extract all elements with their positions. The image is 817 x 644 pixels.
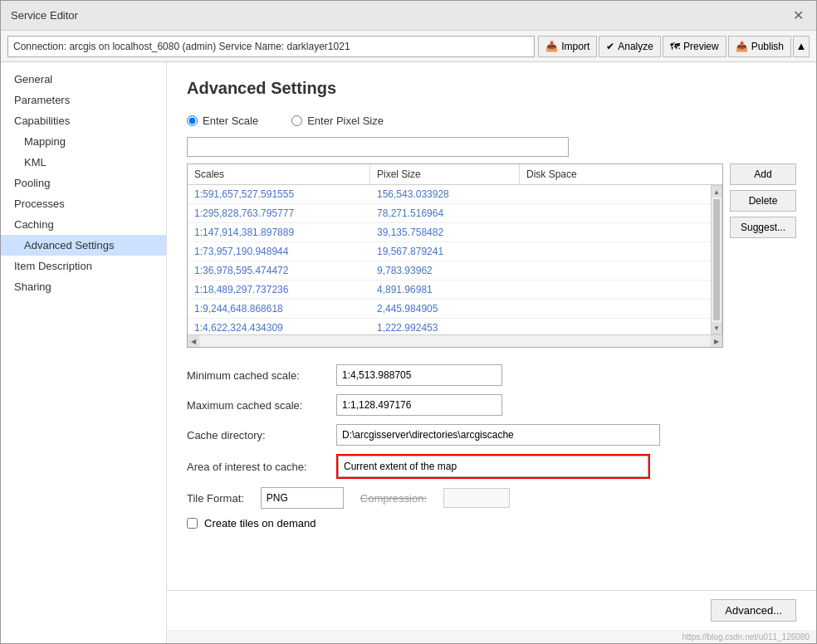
watermark: https://blog.csdn.net/u011_126080 — [167, 630, 816, 643]
table-row[interactable]: 1:36,978,595.474472 9,783.93962 — [188, 261, 711, 281]
sidebar-item-pooling[interactable]: Pooling — [1, 173, 166, 193]
page-title: Advanced Settings — [187, 79, 796, 98]
connection-label: Connection: arcgis on localhost_6080 (ad… — [7, 36, 535, 57]
title-bar: Service Editor ✕ — [1, 1, 816, 31]
compression-input[interactable] — [443, 488, 510, 508]
sidebar-item-processes[interactable]: Processes — [1, 193, 166, 214]
col-pixel-size: Pixel Size — [370, 164, 520, 184]
scroll-right-arrow[interactable]: ▶ — [711, 335, 722, 347]
table-row[interactable]: 1:147,914,381.897889 39,135.758482 — [188, 223, 711, 242]
preview-button[interactable]: 🗺 Preview — [663, 36, 726, 57]
max-cached-scale-select[interactable]: 1:1,128.497176 — [336, 394, 502, 416]
sidebar-item-kml[interactable]: KML — [1, 152, 166, 173]
tile-format-row: Tile Format: PNG Compression: — [187, 487, 796, 509]
preview-icon: 🗺 — [670, 41, 680, 52]
sidebar: General Parameters Capabilities Mapping … — [1, 62, 167, 643]
window-title: Service Editor — [11, 9, 78, 22]
toolbar-buttons: 📥 Import ✔ Analyze 🗺 Preview 📤 Publish ▲ — [538, 36, 810, 57]
sidebar-item-capabilities[interactable]: Capabilities — [1, 110, 166, 131]
create-tiles-row: Create tiles on demand — [187, 517, 796, 529]
content-area: Advanced Settings Enter Scale Enter Pixe… — [167, 62, 816, 590]
table-row[interactable]: 1:295,828,763.795777 78,271.516964 — [188, 204, 711, 223]
sidebar-item-mapping[interactable]: Mapping — [1, 131, 166, 152]
main-content: General Parameters Capabilities Mapping … — [1, 62, 816, 643]
cache-directory-select[interactable]: D:\arcgisserver\directories\arcgiscache — [336, 424, 660, 446]
cache-directory-label: Cache directory: — [187, 429, 336, 442]
area-of-interest-wrapper: Current extent of the map — [336, 454, 650, 479]
radio-scale-input[interactable] — [187, 115, 198, 126]
min-cached-scale-select-wrapper: 1:4,513.988705 — [336, 364, 502, 386]
analyze-icon: ✔ — [606, 41, 614, 52]
area-of-interest-label: Area of interest to cache: — [187, 461, 336, 473]
table-row[interactable]: 1:591,657,527.591555 156,543.033928 — [188, 185, 711, 204]
sidebar-item-general[interactable]: General — [1, 69, 166, 90]
import-button[interactable]: 📥 Import — [538, 36, 597, 57]
table-row[interactable]: 1:4,622,324.434309 1,222.992453 — [188, 319, 711, 334]
suggest-button[interactable]: Suggest... — [730, 217, 796, 238]
analyze-button[interactable]: ✔ Analyze — [599, 36, 661, 57]
footer: Advanced... — [167, 590, 816, 630]
delete-button[interactable]: Delete — [730, 190, 796, 212]
form-section: Minimum cached scale: 1:4,513.988705 Max… — [187, 364, 796, 529]
close-button[interactable]: ✕ — [790, 7, 806, 24]
scroll-up-arrow[interactable]: ▲ — [712, 186, 722, 198]
col-disk-space: Disk Space — [520, 164, 722, 184]
max-cached-scale-row: Maximum cached scale: 1:1,128.497176 — [187, 394, 796, 416]
create-tiles-checkbox[interactable] — [187, 518, 198, 529]
toolbar-scroll[interactable]: ▲ — [793, 36, 810, 57]
tile-format-select[interactable]: PNG — [261, 487, 344, 509]
min-cached-scale-select[interactable]: 1:4,513.988705 — [336, 364, 502, 386]
table-action-buttons: Add Delete Suggest... — [730, 163, 796, 348]
scroll-left-arrow[interactable]: ◀ — [188, 335, 199, 347]
radio-enter-scale[interactable]: Enter Scale — [187, 115, 258, 127]
table-row[interactable]: 1:9,244,648.868618 2,445.984905 — [188, 300, 711, 319]
create-tiles-label: Create tiles on demand — [204, 517, 316, 529]
min-cached-scale-label: Minimum cached scale: — [187, 369, 336, 382]
scale-text-input[interactable] — [187, 137, 569, 157]
add-button[interactable]: Add — [730, 163, 796, 185]
import-icon: 📥 — [545, 41, 558, 52]
toolbar: Connection: arcgis on localhost_6080 (ad… — [1, 31, 816, 62]
scroll-thumb[interactable] — [713, 199, 720, 320]
publish-icon: 📤 — [736, 41, 748, 52]
compression-label: Compression: — [360, 492, 427, 505]
vertical-scrollbar[interactable]: ▲ ▼ — [711, 185, 722, 334]
horizontal-scrollbar[interactable]: ◀ ▶ — [188, 334, 722, 347]
table-header-row: Scales Pixel Size Disk Space — [188, 164, 722, 185]
sidebar-item-advanced-settings[interactable]: Advanced Settings — [1, 235, 166, 256]
service-editor-window: Service Editor ✕ Connection: arcgis on l… — [0, 0, 817, 644]
scroll-h-track[interactable] — [199, 335, 711, 347]
table-section: Scales Pixel Size Disk Space 1:591,657,5… — [187, 163, 796, 348]
advanced-button[interactable]: Advanced... — [711, 599, 796, 622]
sidebar-item-parameters[interactable]: Parameters — [1, 90, 166, 110]
area-of-interest-select[interactable]: Current extent of the map — [338, 456, 648, 477]
scale-table: Scales Pixel Size Disk Space 1:591,657,5… — [187, 163, 723, 348]
table-row[interactable]: 1:18,489,297.737236 4,891.96981 — [188, 281, 711, 300]
min-cached-scale-row: Minimum cached scale: 1:4,513.988705 — [187, 364, 796, 386]
cache-directory-row: Cache directory: D:\arcgisserver\directo… — [187, 424, 796, 446]
sidebar-item-item-description[interactable]: Item Description — [1, 256, 166, 276]
publish-button[interactable]: 📤 Publish — [728, 36, 791, 57]
table-body[interactable]: 1:591,657,527.591555 156,543.033928 1:29… — [188, 185, 711, 334]
max-cached-scale-select-wrapper: 1:1,128.497176 — [336, 394, 502, 416]
table-row[interactable]: 1:73,957,190.948944 19,567.879241 — [188, 242, 711, 261]
tile-format-label: Tile Format: — [187, 492, 244, 505]
radio-enter-pixel[interactable]: Enter Pixel Size — [291, 115, 384, 127]
col-scales: Scales — [188, 164, 370, 184]
cache-dir-select-wrapper: D:\arcgisserver\directories\arcgiscache — [336, 424, 660, 446]
sidebar-item-caching[interactable]: Caching — [1, 214, 166, 235]
radio-pixel-input[interactable] — [291, 115, 302, 126]
area-of-interest-row: Area of interest to cache: Current exten… — [187, 454, 796, 479]
radio-group: Enter Scale Enter Pixel Size — [187, 115, 796, 127]
scroll-down-arrow[interactable]: ▼ — [712, 322, 722, 334]
sidebar-item-sharing[interactable]: Sharing — [1, 276, 166, 297]
max-cached-scale-label: Maximum cached scale: — [187, 399, 336, 412]
